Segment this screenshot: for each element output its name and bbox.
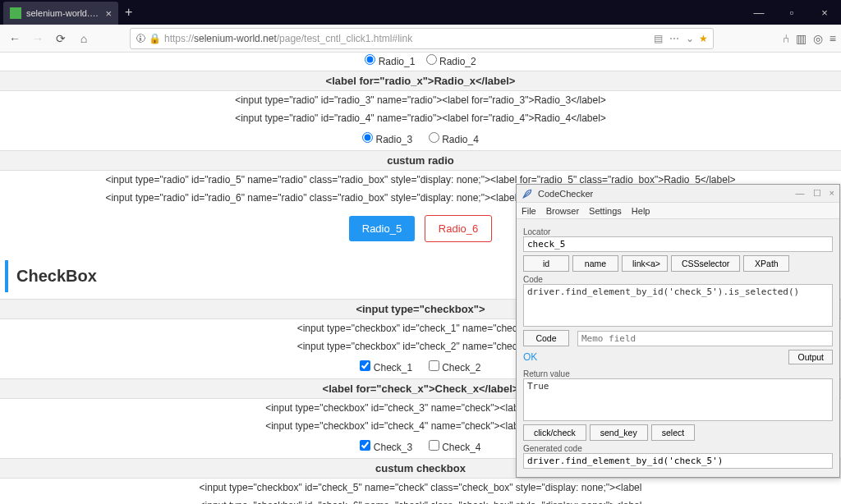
window-minimize-icon[interactable]: — xyxy=(742,7,775,19)
reader-icon[interactable]: ▤ xyxy=(654,33,663,44)
return-label: Return value xyxy=(523,369,833,378)
check-4[interactable]: Check_4 xyxy=(429,442,481,453)
library-icon[interactable]: ⑃ xyxy=(783,32,789,45)
tab-close-icon[interactable]: × xyxy=(105,7,112,20)
output-button[interactable]: Output xyxy=(788,350,833,364)
window-close-icon[interactable]: × xyxy=(808,7,841,19)
code-line: <input type="radio" id="radio_4" name="r… xyxy=(0,109,841,127)
browser-tab[interactable]: selenium-world.net/page/tes... × xyxy=(3,2,118,25)
locator-buttons: id name link<a> CSSselector XPath xyxy=(523,255,833,272)
click-check-button[interactable]: click/check xyxy=(523,424,586,441)
section-header-custom-radio: custum radio xyxy=(0,150,841,171)
cssselector-button[interactable]: CSSselector xyxy=(671,255,740,272)
popup-maximize-icon[interactable]: ☐ xyxy=(813,188,821,199)
section-header-radio-x: <label for="radio_x">Radio_x</label> xyxy=(0,71,841,91)
app-feather-icon xyxy=(522,188,533,199)
url-text: https://selenium-world.net/page/test_cnt… xyxy=(164,33,649,44)
locator-input[interactable] xyxy=(523,236,833,252)
select-button[interactable]: select xyxy=(651,424,695,441)
code-label: Code xyxy=(523,275,833,284)
code-line: <input type="radio" id="radio_3" name="r… xyxy=(0,91,841,109)
codechecker-window: CodeChecker — ☐ × File Browser Settings … xyxy=(516,184,840,478)
return-textbox[interactable]: True xyxy=(523,378,833,421)
radio-4[interactable]: Radio_4 xyxy=(429,134,479,145)
send-key-button[interactable]: send_key xyxy=(590,424,648,441)
nav-reload-icon[interactable]: ⟳ xyxy=(51,29,71,48)
code-textbox[interactable]: driver.find_element_by_id('check_5').is_… xyxy=(523,284,833,327)
generated-input[interactable] xyxy=(523,453,833,469)
new-tab-button[interactable]: + xyxy=(125,5,132,20)
popup-titlebar[interactable]: CodeChecker — ☐ × xyxy=(517,185,839,203)
radio-2[interactable]: Radio_2 xyxy=(426,56,476,67)
menu-settings[interactable]: Settings xyxy=(589,206,622,216)
url-bar[interactable]: 🛈 🔒 https://selenium-world.net/page/test… xyxy=(130,28,714,49)
check-1[interactable]: Check_1 xyxy=(360,362,412,373)
bookmark-icon[interactable]: ★ xyxy=(699,33,708,44)
sync-icon[interactable]: ◎ xyxy=(813,32,823,45)
radio-6-button[interactable]: Radio_6 xyxy=(425,215,492,242)
menu-browser[interactable]: Browser xyxy=(546,206,579,216)
ok-status: OK xyxy=(523,351,537,363)
radio-3[interactable]: Radio_3 xyxy=(362,134,412,145)
radio-5-button[interactable]: Radio_5 xyxy=(349,216,415,241)
code-line: <input type="checkbox" id="check_6" name… xyxy=(0,497,841,504)
popup-close-icon[interactable]: × xyxy=(830,188,834,199)
name-button[interactable]: name xyxy=(572,255,618,272)
check-2[interactable]: Check_2 xyxy=(429,362,481,373)
nav-home-icon[interactable]: ⌂ xyxy=(74,29,94,48)
link-button[interactable]: link<a> xyxy=(622,255,668,272)
check-3[interactable]: Check_3 xyxy=(360,442,412,453)
nav-back-icon[interactable]: ← xyxy=(5,29,25,48)
menu-help[interactable]: Help xyxy=(632,206,650,216)
popup-minimize-icon[interactable]: — xyxy=(796,188,805,199)
window-maximize-icon[interactable]: ▫ xyxy=(775,7,808,19)
pocket-icon[interactable]: ⌄ xyxy=(686,33,694,44)
tab-title: selenium-world.net/page/tes... xyxy=(26,8,102,18)
code-line: <input type="checkbox" id="check_5" name… xyxy=(0,479,841,497)
tab-favicon xyxy=(10,7,21,19)
popup-menubar: File Browser Settings Help xyxy=(517,203,839,219)
lock-icon: 🔒 xyxy=(149,33,161,44)
generated-label: Generated code xyxy=(523,444,833,453)
shield-icon: 🛈 xyxy=(136,33,145,44)
code-button[interactable]: Code xyxy=(523,330,569,346)
url-menu-icon[interactable]: ⋯ xyxy=(669,33,679,44)
sidebar-icon[interactable]: ▥ xyxy=(796,32,807,45)
nav-forward-icon[interactable]: → xyxy=(28,29,48,48)
xpath-button[interactable]: XPath xyxy=(743,255,789,272)
radio-1[interactable]: Radio_1 xyxy=(365,56,415,67)
memo-input[interactable] xyxy=(577,331,833,346)
popup-title: CodeChecker xyxy=(538,189,593,199)
menu-file[interactable]: File xyxy=(522,206,536,216)
hamburger-icon[interactable]: ≡ xyxy=(830,32,836,45)
id-button[interactable]: id xyxy=(523,255,569,272)
browser-titlebar: selenium-world.net/page/tes... × + — ▫ × xyxy=(0,0,841,25)
locator-label: Locator xyxy=(523,227,833,236)
browser-toolbar: ← → ⟳ ⌂ 🛈 🔒 https://selenium-world.net/p… xyxy=(0,25,841,53)
